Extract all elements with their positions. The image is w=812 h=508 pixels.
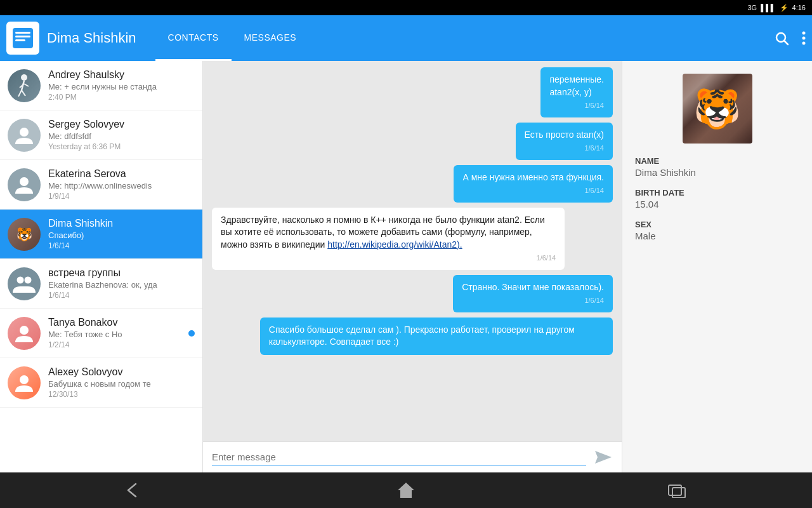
avatar-group	[8, 267, 41, 300]
contact-name-group: встреча группы	[48, 267, 195, 279]
contact-time-group: 1/6/14	[48, 291, 195, 300]
svg-rect-2	[15, 36, 30, 37]
detail-name-value: Dima Shishkin	[635, 167, 799, 178]
message-5: Странно. Значит мне показалось). 1/6/14	[453, 275, 613, 312]
contact-info-sergey: Sergey Solovyev Me: dfdfsfdf Yesterday a…	[48, 119, 195, 151]
svg-line-11	[18, 90, 22, 97]
contact-right-tanya	[188, 330, 195, 337]
contact-time-sergey: Yesterday at 6:36 PM	[48, 142, 195, 151]
detail-avatar: 🐯	[683, 74, 752, 144]
contact-item-andrey[interactable]: Andrey Shaulsky Me: + если нужны не стан…	[0, 61, 202, 110]
top-bar-actions	[774, 30, 806, 46]
contact-preview-alexey: Бабушка с новым годом те	[48, 379, 195, 389]
search-button[interactable]	[774, 30, 789, 46]
message-text-5: Странно. Значит мне показалось).	[462, 281, 604, 294]
recents-button[interactable]	[658, 478, 696, 503]
contact-info-dima: Dima Shishkin Спасибо) 1/6/14	[48, 218, 195, 250]
contacts-list: Andrey Shaulsky Me: + если нужны не стан…	[0, 61, 203, 472]
message-link-4[interactable]: http://en.wikipedia.org/wiki/Atan2).	[327, 239, 462, 250]
contact-name-ekaterina-serova: Ekaterina Serova	[48, 168, 195, 180]
contact-name-alexey: Alexey Solovyov	[48, 366, 195, 378]
contact-preview-group: Ekaterina Bazhenova: ок, уда	[48, 280, 195, 290]
message-input-bar	[203, 441, 622, 472]
detail-name-label: NAME	[635, 156, 799, 166]
avatar-ekaterina-serova	[8, 168, 41, 201]
avatar-tanya	[8, 317, 41, 350]
contact-preview-dima: Спасибо)	[48, 231, 195, 240]
back-button[interactable]	[116, 478, 154, 503]
nav-tabs: CONTACTS MESSAGES	[155, 15, 774, 61]
contact-time-andrey: 2:40 PM	[48, 93, 195, 102]
message-time-4: 1/6/14	[221, 253, 556, 263]
svg-line-14	[24, 84, 29, 86]
contact-time-ekaterina-serova: 1/9/14	[48, 192, 195, 201]
message-text-1: переменные.atan2(x, y)	[549, 74, 604, 98]
svg-rect-3	[15, 39, 25, 41]
message-4: Здравствуйте, насколько я помню в К++ ни…	[212, 208, 565, 270]
send-button[interactable]	[593, 448, 613, 466]
contact-time-tanya: 1/2/14	[48, 340, 188, 349]
avatar-dima: 🐯	[8, 218, 41, 251]
home-button[interactable]	[387, 478, 425, 503]
contact-item-dima[interactable]: 🐯 Dima Shishkin Спасибо) 1/6/14	[0, 210, 202, 259]
contact-time-dima: 1/6/14	[48, 241, 195, 250]
contact-name-dima: Dima Shishkin	[48, 218, 195, 229]
message-time-2: 1/6/14	[525, 144, 604, 153]
svg-point-18	[25, 276, 32, 283]
detail-sex-value: Male	[635, 231, 799, 241]
message-1: переменные.atan2(x, y) 1/6/14	[540, 67, 613, 117]
svg-point-19	[20, 326, 29, 335]
contact-name-tanya: Tanya Bonakov	[48, 317, 188, 328]
contact-item-alexey[interactable]: Alexey Solovyov Бабушка с новым годом те…	[0, 358, 202, 408]
contact-preview-sergey: Me: dfdfsfdf	[48, 131, 195, 141]
battery-icon: ⚡	[780, 4, 789, 12]
contact-info-alexey: Alexey Solovyov Бабушка с новым годом те…	[48, 366, 195, 399]
detail-field-birth: BIRTH DATE 15.04	[635, 188, 799, 210]
app-title: Dima Shishkin	[47, 30, 136, 46]
svg-rect-23	[669, 485, 681, 495]
tab-contacts[interactable]: CONTACTS	[155, 15, 232, 61]
contact-info-andrey: Andrey Shaulsky Me: + если нужны не стан…	[48, 69, 195, 102]
bottom-nav	[0, 472, 812, 508]
contact-item-sergey[interactable]: Sergey Solovyev Me: dfdfsfdf Yesterday a…	[0, 110, 202, 160]
svg-point-16	[20, 177, 29, 186]
time-display: 4:16	[792, 4, 806, 11]
contact-time-alexey: 12/30/13	[48, 390, 195, 399]
svg-marker-22	[398, 483, 414, 498]
signal-bars: ▌▌▌	[761, 4, 775, 11]
svg-marker-21	[595, 451, 612, 464]
main-content: Andrey Shaulsky Me: + если нужны не стан…	[0, 61, 812, 472]
tab-messages[interactable]: MESSAGES	[232, 15, 310, 61]
contact-preview-tanya: Me: Тебя тоже с Но	[48, 330, 188, 339]
contact-details-panel: 🐯 NAME Dima Shishkin BIRTH DATE 15.04 SE…	[622, 61, 812, 472]
contact-info-tanya: Tanya Bonakov Me: Тебя тоже с Но 1/2/14	[48, 317, 188, 349]
contact-info-group: встреча группы Ekaterina Bazhenova: ок, …	[48, 267, 195, 300]
more-options-button[interactable]	[802, 30, 806, 46]
svg-point-15	[20, 128, 29, 137]
contact-name-sergey: Sergey Solovyev	[48, 119, 195, 130]
svg-point-7	[802, 37, 806, 40]
svg-rect-0	[13, 28, 33, 48]
message-3: А мне нужна именно эта функция. 1/6/14	[454, 165, 613, 203]
message-text-3: А мне нужна именно эта функция.	[462, 171, 604, 184]
detail-sex-label: SEX	[635, 220, 799, 229]
contact-item-ekaterina-serova[interactable]: Ekaterina Serova Me: http://www.onlinesw…	[0, 160, 202, 210]
detail-field-name: NAME Dima Shishkin	[635, 156, 799, 178]
message-text-4: Здравствуйте, насколько я помню в К++ ни…	[221, 214, 556, 251]
detail-field-sex: SEX Male	[635, 220, 799, 241]
app-icon	[6, 22, 39, 55]
contact-item-tanya[interactable]: Tanya Bonakov Me: Тебя тоже с Но 1/2/14	[0, 309, 202, 358]
message-input-field[interactable]	[212, 449, 586, 465]
contact-info-ekaterina-serova: Ekaterina Serova Me: http://www.onlinesw…	[48, 168, 195, 201]
svg-point-9	[21, 74, 27, 81]
unread-indicator-tanya	[188, 330, 195, 337]
message-text-2: Есть просто atan(x)	[525, 129, 604, 142]
message-text-6: Спасибо большое сделал сам ). Прекрасно …	[269, 324, 604, 349]
contact-name-andrey: Andrey Shaulsky	[48, 69, 195, 81]
contact-item-group[interactable]: встреча группы Ekaterina Bazhenova: ок, …	[0, 259, 202, 309]
svg-point-17	[17, 276, 24, 283]
detail-birth-value: 15.04	[635, 199, 799, 210]
chat-area: переменные.atan2(x, y) 1/6/14 Есть прост…	[203, 61, 622, 472]
svg-line-12	[22, 90, 25, 96]
message-time-5: 1/6/14	[462, 296, 604, 305]
